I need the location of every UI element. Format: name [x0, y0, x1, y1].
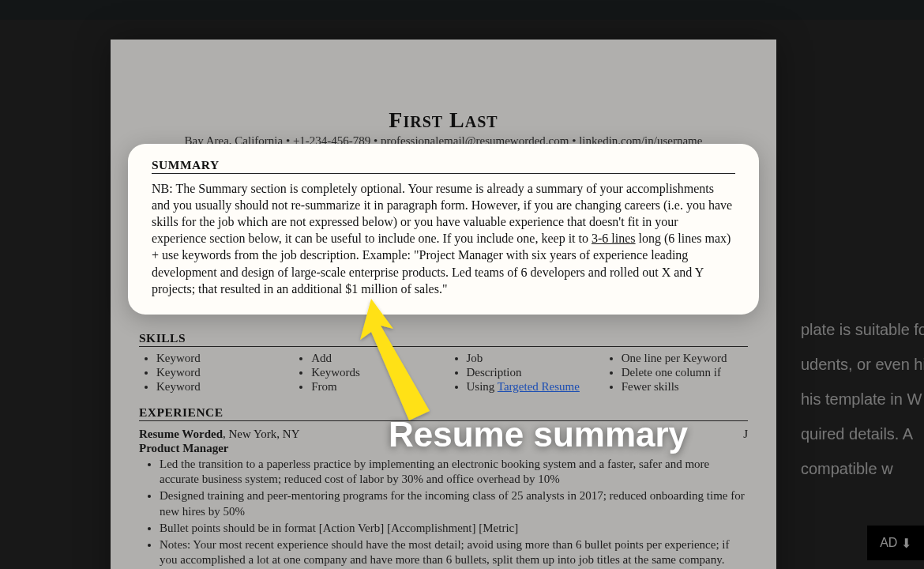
skill-item: Using Targeted Resume: [467, 380, 593, 394]
targeted-resume-link[interactable]: Targeted Resume: [498, 380, 580, 393]
skill-item: Delete one column if: [622, 366, 748, 379]
section-heading-skills: SKILLS: [139, 331, 748, 347]
skill-item: Add: [311, 352, 438, 365]
skill-item: One line per Keyword: [622, 352, 748, 365]
skill-item: Description: [467, 366, 593, 379]
skill-item: Keyword: [156, 366, 283, 379]
skills-col-1: Keyword Keyword Keyword: [139, 352, 283, 394]
skills-col-3: Job Description Using Targeted Resume: [449, 352, 593, 394]
job-bullet: Notes: Your most recent experience shoul…: [160, 537, 748, 567]
skill-item: Keywords: [311, 366, 438, 379]
job-dates: J: [743, 428, 748, 441]
job-company: Resume Worded: [139, 428, 223, 440]
skill-item: From: [311, 380, 438, 394]
job-location: , New York, NY: [223, 428, 300, 440]
skills-columns: Keyword Keyword Keyword Add Keywords Fro…: [139, 352, 748, 394]
skills-col-4: One line per Keyword Delete one column i…: [604, 352, 748, 394]
summary-body-text: NB: The Summary section is completely op…: [152, 180, 735, 297]
page-background: plate is suitable fo udents, or even hi …: [0, 20, 924, 569]
annotation-label: Resume summary: [389, 415, 688, 454]
resume-document: First Last Bay Area, California • +1-234…: [111, 40, 776, 569]
section-heading-summary: SUMMARY: [152, 158, 735, 174]
job-bullet: Led the transition to a paperless practi…: [160, 457, 748, 487]
skill-item: Keyword: [156, 352, 283, 365]
summary-highlight-card: SUMMARY NB: The Summary section is compl…: [128, 144, 759, 315]
skill-item: Keyword: [156, 380, 283, 394]
summary-lines-count: 3-6 lines: [592, 232, 636, 245]
skills-col-2: Add Keywords From: [294, 352, 438, 394]
job-bullet: Designed training and peer-mentoring pro…: [160, 488, 748, 518]
job-bullet: Bullet points should be in format [Actio…: [160, 521, 748, 536]
skill-item: Job: [467, 352, 593, 365]
resume-name: First Last: [139, 107, 748, 133]
job-bullets: Led the transition to a paperless practi…: [139, 457, 748, 567]
skill-text: Using: [467, 380, 498, 393]
skill-item: Fewer skills: [622, 380, 748, 394]
